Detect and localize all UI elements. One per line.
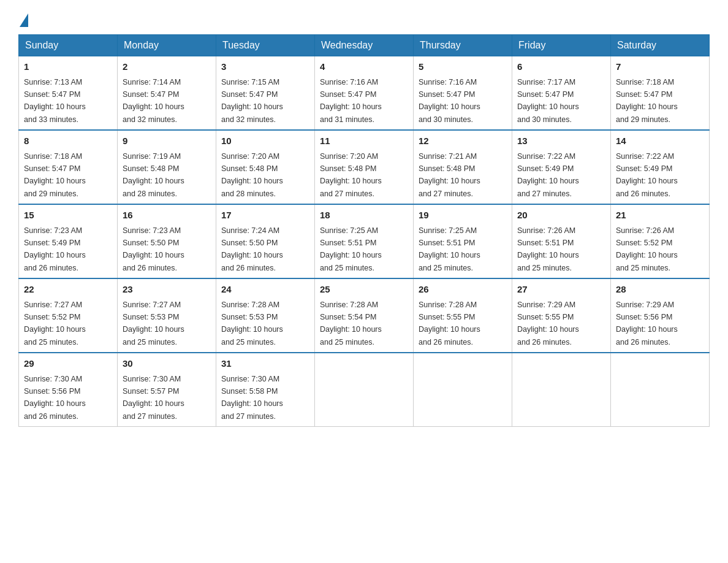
page-header	[18, 12, 710, 25]
day-info: Sunrise: 7:23 AMSunset: 5:49 PMDaylight:…	[24, 226, 86, 272]
calendar-cell: 18 Sunrise: 7:25 AMSunset: 5:51 PMDaylig…	[315, 204, 414, 278]
day-info: Sunrise: 7:23 AMSunset: 5:50 PMDaylight:…	[123, 226, 184, 272]
calendar-cell	[512, 353, 611, 427]
calendar-cell: 7 Sunrise: 7:18 AMSunset: 5:47 PMDayligh…	[611, 56, 710, 131]
calendar-cell: 2 Sunrise: 7:14 AMSunset: 5:47 PMDayligh…	[118, 56, 216, 131]
day-info: Sunrise: 7:30 AMSunset: 5:58 PMDaylight:…	[221, 375, 283, 421]
calendar-cell: 1 Sunrise: 7:13 AMSunset: 5:47 PMDayligh…	[19, 56, 118, 131]
calendar-cell: 6 Sunrise: 7:17 AMSunset: 5:47 PMDayligh…	[512, 56, 611, 131]
day-number: 29	[24, 357, 112, 371]
day-info: Sunrise: 7:21 AMSunset: 5:48 PMDaylight:…	[419, 152, 480, 198]
day-number: 18	[320, 209, 408, 223]
day-info: Sunrise: 7:16 AMSunset: 5:47 PMDaylight:…	[320, 78, 382, 124]
day-info: Sunrise: 7:28 AMSunset: 5:55 PMDaylight:…	[419, 301, 480, 347]
day-info: Sunrise: 7:26 AMSunset: 5:51 PMDaylight:…	[517, 226, 579, 272]
calendar-cell: 19 Sunrise: 7:25 AMSunset: 5:51 PMDaylig…	[414, 204, 512, 278]
calendar-cell: 22 Sunrise: 7:27 AMSunset: 5:52 PMDaylig…	[19, 278, 118, 353]
calendar-cell: 14 Sunrise: 7:22 AMSunset: 5:49 PMDaylig…	[611, 130, 710, 204]
calendar-week-row: 15 Sunrise: 7:23 AMSunset: 5:49 PMDaylig…	[19, 204, 710, 278]
day-number: 13	[517, 134, 605, 148]
day-number: 28	[616, 283, 704, 297]
calendar-cell: 13 Sunrise: 7:22 AMSunset: 5:49 PMDaylig…	[512, 130, 611, 204]
day-info: Sunrise: 7:29 AMSunset: 5:56 PMDaylight:…	[616, 301, 678, 347]
calendar-week-row: 22 Sunrise: 7:27 AMSunset: 5:52 PMDaylig…	[19, 278, 710, 353]
day-info: Sunrise: 7:13 AMSunset: 5:47 PMDaylight:…	[24, 78, 86, 124]
calendar-cell: 12 Sunrise: 7:21 AMSunset: 5:48 PMDaylig…	[414, 130, 512, 204]
column-header-sunday: Sunday	[19, 35, 118, 56]
calendar-cell: 11 Sunrise: 7:20 AMSunset: 5:48 PMDaylig…	[315, 130, 414, 204]
calendar-cell: 24 Sunrise: 7:28 AMSunset: 5:53 PMDaylig…	[216, 278, 315, 353]
calendar-cell	[611, 353, 710, 427]
day-number: 31	[221, 357, 309, 371]
calendar-cell: 27 Sunrise: 7:29 AMSunset: 5:55 PMDaylig…	[512, 278, 611, 353]
day-number: 24	[221, 283, 309, 297]
day-info: Sunrise: 7:28 AMSunset: 5:53 PMDaylight:…	[221, 301, 283, 347]
day-number: 21	[616, 209, 704, 223]
day-number: 22	[24, 283, 112, 297]
day-number: 11	[320, 134, 408, 148]
calendar-week-row: 1 Sunrise: 7:13 AMSunset: 5:47 PMDayligh…	[19, 56, 710, 131]
day-number: 12	[419, 134, 507, 148]
day-info: Sunrise: 7:16 AMSunset: 5:47 PMDaylight:…	[419, 78, 480, 124]
calendar-cell: 30 Sunrise: 7:30 AMSunset: 5:57 PMDaylig…	[118, 353, 216, 427]
day-info: Sunrise: 7:26 AMSunset: 5:52 PMDaylight:…	[616, 226, 678, 272]
day-info: Sunrise: 7:18 AMSunset: 5:47 PMDaylight:…	[616, 78, 678, 124]
day-number: 3	[221, 60, 309, 74]
column-header-wednesday: Wednesday	[315, 35, 414, 56]
calendar-cell: 26 Sunrise: 7:28 AMSunset: 5:55 PMDaylig…	[414, 278, 512, 353]
day-number: 23	[123, 283, 211, 297]
calendar-cell: 5 Sunrise: 7:16 AMSunset: 5:47 PMDayligh…	[414, 56, 512, 131]
day-info: Sunrise: 7:25 AMSunset: 5:51 PMDaylight:…	[320, 226, 382, 272]
calendar-cell: 15 Sunrise: 7:23 AMSunset: 5:49 PMDaylig…	[19, 204, 118, 278]
calendar-cell: 29 Sunrise: 7:30 AMSunset: 5:56 PMDaylig…	[19, 353, 118, 427]
column-header-monday: Monday	[118, 35, 216, 56]
day-number: 5	[419, 60, 507, 74]
day-number: 7	[616, 60, 704, 74]
day-info: Sunrise: 7:15 AMSunset: 5:47 PMDaylight:…	[221, 78, 283, 124]
day-number: 9	[123, 134, 211, 148]
calendar-cell: 20 Sunrise: 7:26 AMSunset: 5:51 PMDaylig…	[512, 204, 611, 278]
logo-triangle-icon	[20, 13, 28, 27]
day-info: Sunrise: 7:29 AMSunset: 5:55 PMDaylight:…	[517, 301, 579, 347]
column-header-saturday: Saturday	[611, 35, 710, 56]
calendar-cell: 8 Sunrise: 7:18 AMSunset: 5:47 PMDayligh…	[19, 130, 118, 204]
day-number: 16	[123, 209, 211, 223]
day-info: Sunrise: 7:30 AMSunset: 5:56 PMDaylight:…	[24, 375, 86, 421]
day-number: 27	[517, 283, 605, 297]
calendar-header-row: SundayMondayTuesdayWednesdayThursdayFrid…	[19, 35, 710, 56]
day-info: Sunrise: 7:19 AMSunset: 5:48 PMDaylight:…	[123, 152, 184, 198]
day-number: 10	[221, 134, 309, 148]
day-number: 8	[24, 134, 112, 148]
calendar-cell: 17 Sunrise: 7:24 AMSunset: 5:50 PMDaylig…	[216, 204, 315, 278]
day-info: Sunrise: 7:20 AMSunset: 5:48 PMDaylight:…	[320, 152, 382, 198]
day-info: Sunrise: 7:17 AMSunset: 5:47 PMDaylight:…	[517, 78, 579, 124]
day-info: Sunrise: 7:30 AMSunset: 5:57 PMDaylight:…	[123, 375, 184, 421]
calendar-cell: 21 Sunrise: 7:26 AMSunset: 5:52 PMDaylig…	[611, 204, 710, 278]
column-header-thursday: Thursday	[414, 35, 512, 56]
calendar-cell: 28 Sunrise: 7:29 AMSunset: 5:56 PMDaylig…	[611, 278, 710, 353]
day-info: Sunrise: 7:20 AMSunset: 5:48 PMDaylight:…	[221, 152, 283, 198]
column-header-tuesday: Tuesday	[216, 35, 315, 56]
day-info: Sunrise: 7:18 AMSunset: 5:47 PMDaylight:…	[24, 152, 86, 198]
day-number: 26	[419, 283, 507, 297]
calendar-cell: 10 Sunrise: 7:20 AMSunset: 5:48 PMDaylig…	[216, 130, 315, 204]
day-info: Sunrise: 7:22 AMSunset: 5:49 PMDaylight:…	[517, 152, 579, 198]
calendar-cell: 25 Sunrise: 7:28 AMSunset: 5:54 PMDaylig…	[315, 278, 414, 353]
calendar-week-row: 29 Sunrise: 7:30 AMSunset: 5:56 PMDaylig…	[19, 353, 710, 427]
column-header-friday: Friday	[512, 35, 611, 56]
logo	[18, 12, 28, 25]
day-number: 20	[517, 209, 605, 223]
calendar-cell: 9 Sunrise: 7:19 AMSunset: 5:48 PMDayligh…	[118, 130, 216, 204]
calendar-cell: 4 Sunrise: 7:16 AMSunset: 5:47 PMDayligh…	[315, 56, 414, 131]
day-info: Sunrise: 7:28 AMSunset: 5:54 PMDaylight:…	[320, 301, 382, 347]
calendar-cell: 23 Sunrise: 7:27 AMSunset: 5:53 PMDaylig…	[118, 278, 216, 353]
calendar-cell: 31 Sunrise: 7:30 AMSunset: 5:58 PMDaylig…	[216, 353, 315, 427]
day-number: 19	[419, 209, 507, 223]
day-number: 25	[320, 283, 408, 297]
day-info: Sunrise: 7:27 AMSunset: 5:52 PMDaylight:…	[24, 301, 86, 347]
calendar-cell: 16 Sunrise: 7:23 AMSunset: 5:50 PMDaylig…	[118, 204, 216, 278]
day-info: Sunrise: 7:27 AMSunset: 5:53 PMDaylight:…	[123, 301, 184, 347]
day-info: Sunrise: 7:22 AMSunset: 5:49 PMDaylight:…	[616, 152, 678, 198]
calendar-cell: 3 Sunrise: 7:15 AMSunset: 5:47 PMDayligh…	[216, 56, 315, 131]
day-number: 2	[123, 60, 211, 74]
